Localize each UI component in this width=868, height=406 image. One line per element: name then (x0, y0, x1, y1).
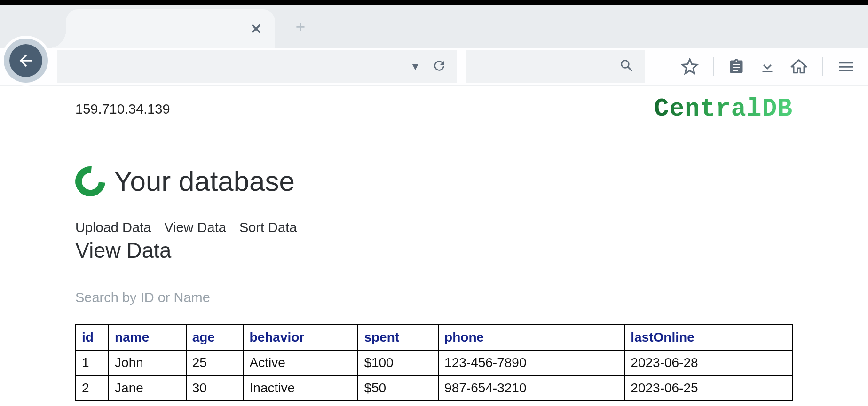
toolbar-right-group (681, 57, 856, 76)
table-header-row: id name age behavior spent phone lastOnl… (76, 325, 792, 350)
cell-spent: $50 (358, 375, 438, 401)
data-table: id name age behavior spent phone lastOnl… (75, 324, 793, 401)
chevron-down-icon[interactable]: ▼ (410, 61, 420, 73)
cell-name: John (109, 350, 186, 375)
tab-sort-data[interactable]: Sort Data (239, 220, 297, 235)
cell-phone: 123-456-7890 (438, 350, 624, 375)
cell-id: 1 (76, 350, 109, 375)
menu-icon[interactable] (837, 57, 856, 76)
tab-upload-data[interactable]: Upload Data (75, 220, 151, 235)
reload-icon[interactable] (432, 58, 447, 75)
table-row: 2 Jane 30 Inactive $50 987-654-3210 2023… (76, 375, 792, 401)
col-lastonline[interactable]: lastOnline (624, 325, 792, 350)
cell-age: 30 (186, 375, 244, 401)
brand-logo: CentralDB (654, 95, 793, 123)
home-icon[interactable] (790, 58, 808, 76)
main-section: Your database Upload Data View Data Sort… (75, 133, 793, 401)
address-bar[interactable]: ▼ (57, 50, 457, 83)
page-content: 159.710.34.139 CentralDB Your database U… (0, 86, 868, 401)
browser-toolbar: ▼ (0, 48, 868, 86)
cell-lastonline: 2023-06-25 (624, 375, 792, 401)
browser-tab-shelf: ✕ + (0, 5, 868, 48)
section-heading: View Data (75, 238, 793, 263)
cell-id: 2 (76, 375, 109, 401)
search-input[interactable] (75, 290, 793, 305)
window-top-strip (0, 0, 868, 5)
col-phone[interactable]: phone (438, 325, 624, 350)
back-button[interactable] (4, 39, 48, 83)
close-icon[interactable]: ✕ (250, 21, 262, 37)
cell-lastonline: 2023-06-28 (624, 350, 792, 375)
col-id[interactable]: id (76, 325, 109, 350)
col-spent[interactable]: spent (358, 325, 438, 350)
cell-spent: $100 (358, 350, 438, 375)
col-age[interactable]: age (186, 325, 244, 350)
clipboard-icon[interactable] (728, 58, 745, 75)
search-icon[interactable] (619, 58, 635, 76)
cell-phone: 987-654-3210 (438, 375, 624, 401)
cell-age: 25 (186, 350, 244, 375)
cell-behavior: Inactive (244, 375, 358, 401)
browser-search-bar[interactable] (466, 50, 645, 83)
title-row: Your database (75, 165, 793, 197)
nav-tabs: Upload Data View Data Sort Data (75, 220, 793, 235)
cell-behavior: Active (244, 350, 358, 375)
star-icon[interactable] (681, 58, 699, 76)
col-behavior[interactable]: behavior (244, 325, 358, 350)
new-tab-button[interactable]: + (296, 17, 305, 36)
page-header: 159.710.34.139 CentralDB (75, 95, 793, 133)
spinner-icon (69, 160, 111, 202)
cell-name: Jane (109, 375, 186, 401)
divider (822, 57, 823, 76)
divider (713, 57, 714, 76)
ip-address: 159.710.34.139 (75, 102, 170, 117)
col-name[interactable]: name (109, 325, 186, 350)
arrow-left-icon (9, 44, 42, 77)
table-row: 1 John 25 Active $100 123-456-7890 2023-… (76, 350, 792, 375)
download-icon[interactable] (759, 58, 776, 75)
page-title: Your database (114, 165, 295, 197)
tab-view-data[interactable]: View Data (164, 220, 226, 235)
browser-tab[interactable]: ✕ (66, 9, 275, 48)
